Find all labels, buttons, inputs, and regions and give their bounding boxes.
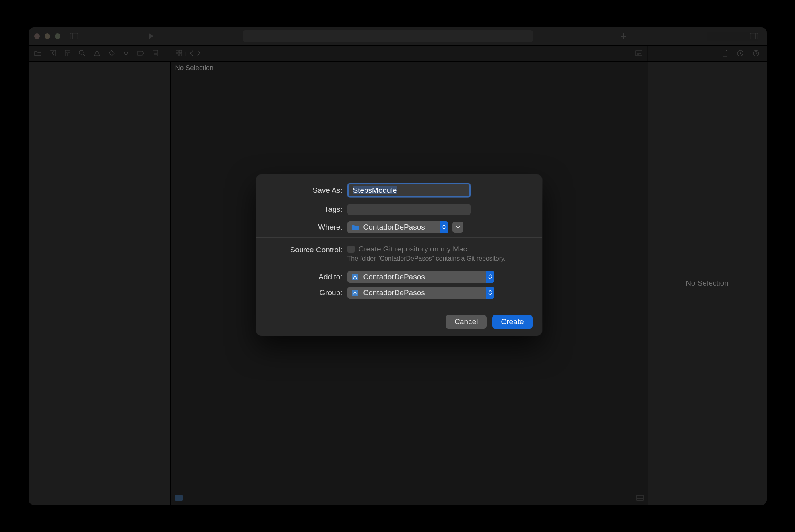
inspector-no-selection-label: No Selection [686,279,729,288]
debug-area [171,491,648,505]
navigate-forward-icon[interactable] [197,50,201,56]
related-items-icon[interactable] [176,50,182,56]
file-inspector-icon[interactable] [722,50,728,57]
navigator-pane [29,62,171,505]
svg-rect-8 [65,53,67,56]
svg-rect-16 [176,50,178,53]
report-navigator-icon[interactable] [153,50,158,56]
add-to-popup[interactable]: ContadorDePasos [347,271,494,283]
save-as-label: Save As: [268,186,347,195]
xcode-project-icon [351,273,360,281]
history-inspector-icon[interactable] [737,50,744,57]
svg-rect-17 [179,50,182,53]
traffic-lights [34,33,60,39]
variables-view-icon[interactable] [636,495,644,501]
subtoolbar: | [29,46,767,62]
group-popup[interactable]: ContadorDePasos [347,287,494,299]
add-to-label: Add to: [268,273,347,281]
editor-jump-bar: No Selection [171,62,648,74]
svg-line-11 [83,54,85,56]
xcode-window: | No Selection No Selection [29,27,767,505]
create-git-checkbox[interactable] [347,246,355,253]
git-hint-text: The folder "ContadorDePasos" contains a … [347,255,506,262]
folder-icon [351,224,360,231]
project-navigator-icon[interactable] [34,50,41,56]
svg-rect-0 [70,33,78,39]
zoom-window-button[interactable] [55,33,60,39]
toggle-navigator-button[interactable] [69,31,79,41]
svg-point-26 [756,55,756,55]
run-button[interactable] [146,31,156,41]
navigate-back-icon[interactable] [190,50,194,56]
svg-rect-31 [352,290,358,296]
breakpoint-navigator-icon[interactable] [137,51,144,56]
tags-label: Tags: [268,205,347,214]
find-navigator-icon[interactable] [79,50,85,56]
svg-rect-28 [637,495,643,500]
source-control-label: Source Control: [268,245,347,254]
create-git-label: Create Git repository on my Mac [359,245,467,253]
issue-navigator-icon[interactable] [94,50,100,56]
tags-input[interactable] [347,204,471,215]
test-navigator-icon[interactable] [109,50,115,56]
inspector-pane: No Selection [648,62,767,505]
library-button[interactable] [750,33,758,39]
svg-rect-18 [176,54,178,56]
svg-rect-19 [179,54,182,56]
close-window-button[interactable] [34,33,40,39]
source-control-navigator-icon[interactable] [50,50,56,56]
xcode-project-icon [351,289,360,296]
chevron-updown-icon [440,221,448,233]
expand-save-dialog-button[interactable] [452,222,463,233]
minimize-window-button[interactable] [45,33,50,39]
svg-rect-9 [68,53,70,56]
debug-console-icon[interactable] [175,495,183,501]
svg-rect-30 [352,274,358,280]
save-as-input[interactable]: StepsModule [347,183,471,197]
debug-navigator-icon[interactable] [123,50,129,56]
save-dialog: Save As: StepsModule Tags: Where: Contad [256,174,542,336]
help-inspector-icon[interactable] [752,50,760,57]
svg-rect-2 [750,33,758,39]
chevron-updown-icon [486,287,494,299]
add-tab-icon[interactable] [620,33,627,39]
svg-rect-27 [175,495,183,501]
scheme-status-bar[interactable] [243,30,533,42]
symbol-navigator-icon[interactable] [64,50,71,56]
cancel-button[interactable]: Cancel [446,315,487,329]
titlebar [29,27,767,46]
chevron-updown-icon [486,271,494,283]
where-label: Where: [268,223,347,232]
group-label: Group: [268,288,347,297]
editor-options-icon[interactable] [635,50,642,56]
svg-rect-7 [65,50,70,52]
svg-point-10 [80,50,83,54]
where-popup[interactable]: ContadorDePasos [347,221,448,233]
create-button[interactable]: Create [492,315,532,329]
